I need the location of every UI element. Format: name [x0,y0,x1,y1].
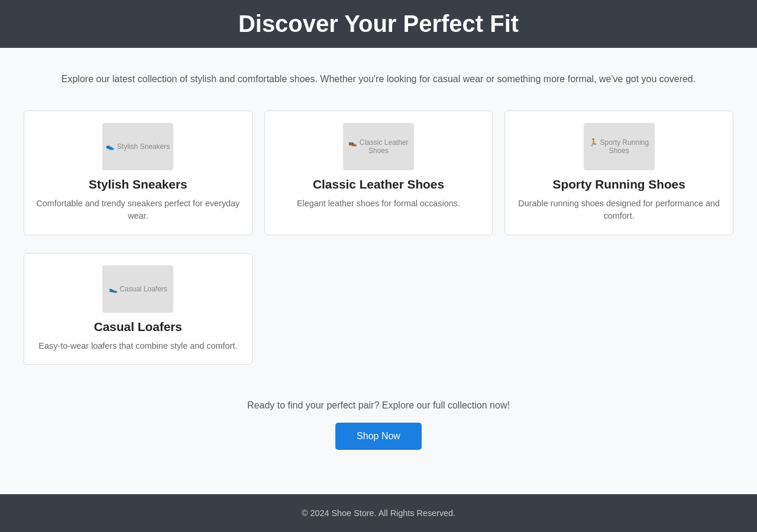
product-name-classic-leather: Classic Leather Shoes [277,177,481,192]
product-card-stylish-sneakers: 👟 Stylish Sneakers Stylish Sneakers Comf… [24,111,253,235]
products-grid-row1: 👟 Stylish Sneakers Stylish Sneakers Comf… [24,111,733,235]
page-title: Discover Your Perfect Fit [12,11,745,37]
product-image-sporty-running: 🏃 Sporty Running Shoes [584,123,655,170]
cta-section: Ready to find your perfect pair? Explore… [24,388,733,468]
leather-icon: 👞 Classic Leather Shoes [343,138,414,155]
sneakers-icon: 👟 Stylish Sneakers [106,142,170,151]
product-card-casual-loafers: 🥿 Casual Loafers Casual Loafers Easy-to-… [24,253,253,365]
product-desc-sporty-running: Durable running shoes designed for perfo… [517,197,721,223]
product-desc-casual-loafers: Easy-to-wear loafers that combine style … [36,340,240,353]
product-card-sporty-running: 🏃 Sporty Running Shoes Sporty Running Sh… [504,111,733,235]
intro-text: Explore our latest collection of stylish… [24,72,733,87]
product-name-sporty-running: Sporty Running Shoes [517,177,721,192]
product-card-classic-leather: 👞 Classic Leather Shoes Classic Leather … [264,111,493,235]
product-image-stylish-sneakers: 👟 Stylish Sneakers [102,123,173,170]
product-name-stylish-sneakers: Stylish Sneakers [36,177,240,192]
main-content: Explore our latest collection of stylish… [0,48,757,494]
product-name-casual-loafers: Casual Loafers [36,320,240,334]
page-footer: © 2024 Shoe Store. All Rights Reserved. [0,494,757,532]
products-grid-row2: 🥿 Casual Loafers Casual Loafers Easy-to-… [24,253,733,365]
cta-text: Ready to find your perfect pair? Explore… [24,400,733,411]
page-header: Discover Your Perfect Fit [0,0,757,48]
running-icon: 🏃 Sporty Running Shoes [584,138,655,155]
product-image-classic-leather: 👞 Classic Leather Shoes [343,123,414,170]
product-image-casual-loafers: 🥿 Casual Loafers [102,265,173,313]
product-desc-stylish-sneakers: Comfortable and trendy sneakers perfect … [36,197,240,223]
product-desc-classic-leather: Elegant leather shoes for formal occasio… [277,197,481,210]
footer-copyright: © 2024 Shoe Store. All Rights Reserved. [12,508,745,518]
loafers-icon: 🥿 Casual Loafers [109,285,167,293]
shop-now-button[interactable]: Shop Now [335,423,422,450]
